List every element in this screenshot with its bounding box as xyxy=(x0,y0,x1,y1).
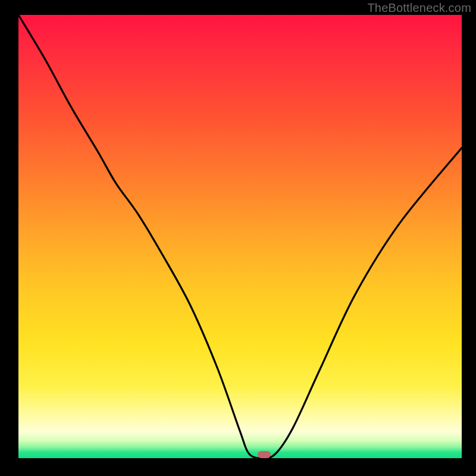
bottleneck-curve xyxy=(18,15,462,458)
minimum-marker xyxy=(258,451,271,458)
watermark-text: TheBottleneck.com xyxy=(367,1,471,15)
chart-frame: TheBottleneck.com xyxy=(0,0,476,476)
curve-path xyxy=(18,15,462,458)
plot-area xyxy=(18,15,462,458)
